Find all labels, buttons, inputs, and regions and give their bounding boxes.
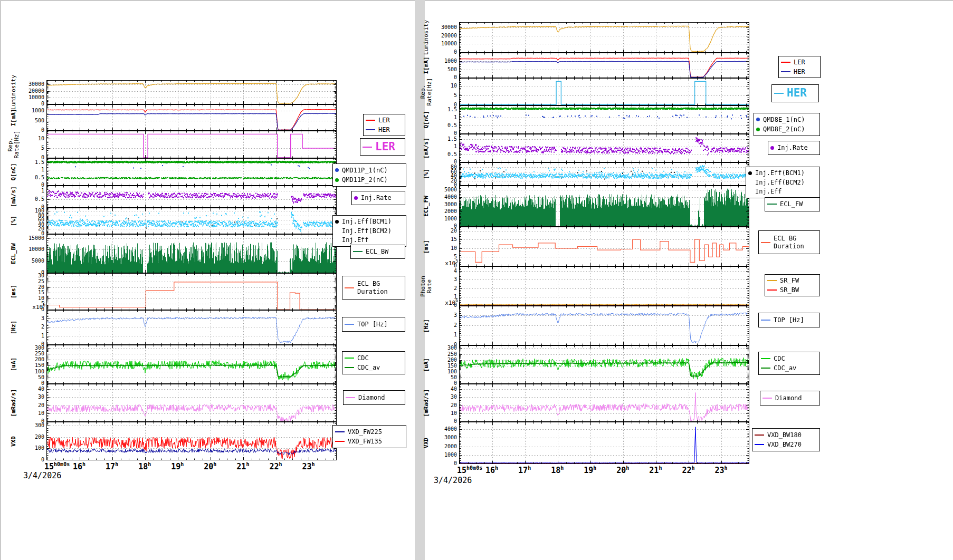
x-tick-label: 16h xyxy=(476,465,508,475)
accelerator-beam-background-monitor: 0100002000030000Luminosity05001000I[mA]0… xyxy=(0,0,953,560)
right-top-rate-scale-label: x106 xyxy=(432,298,458,306)
right-rep-rate-plot xyxy=(459,78,749,105)
legend-item: Inj.Eff(BCM2) xyxy=(748,179,817,186)
right-ecl-bg-duration-plot xyxy=(459,227,749,266)
y-tick-label: 15000 xyxy=(20,236,44,241)
legend-item: QMD11P_2(nC) xyxy=(335,176,404,184)
right-legend-ecl-fw: ECL_FW xyxy=(765,197,820,211)
dot-marker xyxy=(335,220,339,224)
y-tick-label: 0 xyxy=(433,131,457,136)
left-inj-rate-ylabel: [mA/s] xyxy=(11,186,17,207)
left-diamond-dose-plot xyxy=(46,384,337,422)
y-tick-label: 0.5 xyxy=(433,152,457,157)
left-cdc-current-canvas xyxy=(47,345,336,383)
y-tick-label: 10000 xyxy=(20,247,44,252)
legend-item: CDC_av xyxy=(761,364,817,372)
legend-label: SR_BW xyxy=(780,286,799,294)
y-tick-label: 3 xyxy=(433,313,457,318)
y-tick-label: 2 xyxy=(433,323,457,328)
y-tick-label: 2 xyxy=(433,286,457,291)
legend-label: QMD11P_2(nC) xyxy=(342,176,388,184)
legend-label: Inj.Eff(BCM2) xyxy=(342,227,392,235)
line-marker xyxy=(366,120,375,121)
y-tick-label: 10 xyxy=(20,296,44,301)
legend-label: CDC xyxy=(357,354,369,362)
line-marker xyxy=(345,367,354,368)
left-cdc-current-plot xyxy=(46,345,337,384)
legend-label: QMD11P_1(nC) xyxy=(342,167,388,174)
y-tick-label: 1 xyxy=(20,167,44,172)
none-marker xyxy=(335,238,339,242)
y-tick-label: 3000 xyxy=(433,435,457,440)
y-tick-label: 80 xyxy=(433,165,457,170)
y-tick-label: 3 xyxy=(433,277,457,282)
y-tick-label: 30000 xyxy=(20,82,44,87)
legend-label: VXD_FW225 xyxy=(348,428,382,436)
legend-label: CDC_av xyxy=(774,364,796,372)
y-tick-label: 10000 xyxy=(20,95,44,100)
right-rep-rate-ylabel: Rep. Rate[Hz] xyxy=(420,78,432,106)
line-marker xyxy=(345,287,354,288)
legend-item: QMD11P_1(nC) xyxy=(335,167,404,174)
y-tick-label: 4000 xyxy=(433,427,457,432)
legend-label: LER xyxy=(794,59,805,66)
y-tick-label: 100 xyxy=(20,369,44,374)
right-legend-sr: SR_FWSR_BW xyxy=(765,274,820,296)
left-diamond-dose-ylabel: [mRad/s] xyxy=(11,389,17,417)
legend-label: SR_FW xyxy=(780,277,799,284)
y-tick-label: 100 xyxy=(20,208,44,214)
y-tick-label: 200 xyxy=(20,435,44,440)
right-bucket-charge-plot xyxy=(459,105,749,134)
dot-marker xyxy=(770,146,774,150)
right-vxd-rate-canvas xyxy=(460,422,749,464)
right-beam-current-canvas xyxy=(460,53,749,78)
left-bucket-charge-canvas xyxy=(47,159,336,185)
left-legend-diamond: Diamond xyxy=(343,390,405,405)
y-tick-label: 0 xyxy=(20,457,44,462)
legend-label: ECL BG Duration xyxy=(774,235,804,250)
y-tick-label: 0 xyxy=(433,75,457,80)
left-cdc-current-ylabel: [uA] xyxy=(11,358,17,372)
legend-item: ECL BG Duration xyxy=(761,235,817,250)
y-tick-label: 10 xyxy=(20,411,44,416)
left-legend-qmd: QMD11P_1(nC)QMD11P_2(nC) xyxy=(332,163,406,187)
legend-label: Inj.Eff(BCM1) xyxy=(342,218,392,225)
legend-label: Inj.Eff(BCM1) xyxy=(755,169,805,177)
right-legend-vxd: VXD_BW180VXD_BW270 xyxy=(752,428,820,451)
legend-item: CDC_av xyxy=(345,364,403,371)
y-tick-label: 20 xyxy=(20,285,44,290)
y-tick-label: 3000 xyxy=(433,202,457,207)
line-marker xyxy=(345,324,354,325)
x-tick-label: 19h xyxy=(161,461,193,471)
left-ecl-bw-plot xyxy=(46,234,337,273)
y-tick-label: 2000 xyxy=(433,444,457,449)
right-diamond-dose-plot xyxy=(459,384,749,422)
legend-label: HER xyxy=(378,126,390,133)
right-ecl-fw-plot xyxy=(459,186,749,227)
right-diamond-dose-ylabel: [mRad/s] xyxy=(423,389,430,417)
line-marker xyxy=(335,441,345,442)
y-tick-label: 4 xyxy=(433,268,457,274)
left-legend-vxd: VXD_FW225VXD_FW135 xyxy=(332,425,406,448)
y-tick-label: 500 xyxy=(20,118,44,123)
dot-marker xyxy=(354,196,358,200)
y-tick-label: 40 xyxy=(20,387,44,392)
right-photon-rate-plot xyxy=(459,266,749,306)
legend-item: VXD_FW225 xyxy=(335,428,404,436)
x-tick-label: 22h xyxy=(672,465,704,475)
left-luminosity-ylabel: Luminosity xyxy=(11,75,17,110)
y-tick-label: 50 xyxy=(433,375,457,380)
y-tick-label: 20 xyxy=(20,226,44,231)
y-tick-label: 150 xyxy=(433,363,457,369)
left-luminosity-canvas xyxy=(47,81,336,104)
legend-label: HER xyxy=(794,68,805,75)
y-tick-label: 500 xyxy=(433,67,457,72)
right-ecl-bg-duration-canvas xyxy=(460,227,749,266)
none-marker xyxy=(748,190,752,194)
y-tick-label: 5000 xyxy=(433,187,457,192)
legend-item: CDC xyxy=(761,355,817,362)
y-tick-label: 200 xyxy=(20,357,44,362)
right-legend-beam-currents: LERHER xyxy=(778,56,821,78)
left-ecl-bw-canvas xyxy=(47,235,336,273)
x-tick-label: 17h xyxy=(509,465,540,475)
